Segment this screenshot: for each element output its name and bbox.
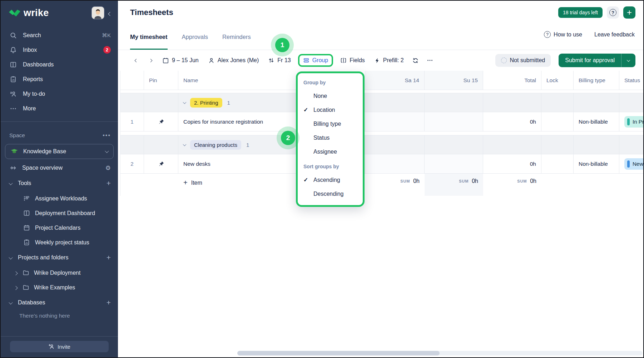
trial-days-badge[interactable]: 18 trial days left xyxy=(558,7,603,18)
chevron-down-icon xyxy=(105,149,109,153)
total-column-header[interactable]: Total xyxy=(483,71,541,90)
chevron-down-icon xyxy=(9,299,14,306)
menu-item-status[interactable]: Status xyxy=(298,131,363,145)
menu-item-location[interactable]: ✓ Location xyxy=(298,103,363,117)
sidebar-divider xyxy=(1,121,118,122)
section-tools[interactable]: Tools + xyxy=(1,175,118,191)
search-shortcut: ⌘K xyxy=(102,32,111,39)
horizontal-scrollbar-thumb[interactable] xyxy=(237,351,440,355)
day-cell-sa14[interactable] xyxy=(365,112,425,131)
gear-icon[interactable]: ⚙ xyxy=(105,164,111,172)
sidebar-item-project-calendars[interactable]: Project Calendars xyxy=(1,220,118,235)
menu-item-ascending[interactable]: ✓ Ascending xyxy=(298,173,363,187)
wrike-logo-text: wrike xyxy=(24,8,49,19)
horizontal-scrollbar-track[interactable] xyxy=(237,351,643,355)
table-row[interactable]: 2 New desks 0h Non-billable New xyxy=(120,154,644,174)
day-column-header-sa14[interactable]: Sa 14 xyxy=(365,71,425,90)
invite-label: Invite xyxy=(58,344,70,350)
sidebar-item-label: Inbox xyxy=(23,47,103,53)
toolbar-more-icon[interactable] xyxy=(424,54,436,66)
chevron-down-icon[interactable] xyxy=(183,101,186,104)
tab-reminders[interactable]: Reminders xyxy=(222,34,251,50)
sidebar-item-inbox[interactable]: Inbox 2 xyxy=(1,43,118,57)
sidebar-item-wrike-deployment[interactable]: Wrike Deployment xyxy=(1,265,118,280)
sidebar-item-dashboards[interactable]: Dashboards xyxy=(1,57,118,72)
pin-cell[interactable] xyxy=(144,112,178,131)
next-week-button[interactable] xyxy=(144,54,157,66)
prefill-button[interactable]: Prefill: 2 xyxy=(371,55,407,66)
day-cell-su15[interactable] xyxy=(425,112,483,131)
add-project-icon[interactable]: + xyxy=(106,253,111,262)
sidebar-item-more[interactable]: More xyxy=(1,101,118,116)
submit-dropdown-button[interactable] xyxy=(621,54,635,67)
wrike-app-window: wrike Search ⌘K xyxy=(0,0,644,358)
leave-feedback-link[interactable]: Leave feedback xyxy=(594,31,635,38)
sidebar: wrike Search ⌘K xyxy=(1,1,118,357)
group-chip[interactable]: Cleaning products xyxy=(190,140,241,150)
refresh-icon[interactable] xyxy=(410,54,422,66)
collapse-sidebar-icon[interactable] xyxy=(109,9,112,16)
date-range-picker[interactable]: 9 – 15 Jun xyxy=(159,55,202,66)
current-space-label: Knowledge Base xyxy=(23,148,100,155)
billing-type-column-header[interactable]: Billing type xyxy=(574,71,619,90)
how-to-use-link[interactable]: ? How to use xyxy=(544,31,582,38)
menu-item-label: Descending xyxy=(313,191,357,197)
dashboard-icon xyxy=(23,209,30,217)
submit-for-approval-button[interactable]: Submit for approval xyxy=(559,54,621,67)
group-chip[interactable]: 2. Printing xyxy=(190,98,222,108)
sidebar-item-assignee-workloads[interactable]: Assignee Workloads xyxy=(1,191,118,206)
row-number: 1 xyxy=(120,112,144,131)
pin-column-header[interactable]: Pin xyxy=(144,71,178,90)
invite-button[interactable]: Invite xyxy=(10,341,109,352)
add-tool-icon[interactable]: + xyxy=(106,179,111,188)
sidebar-item-search[interactable]: Search ⌘K xyxy=(1,28,118,43)
report-icon xyxy=(9,75,17,83)
lock-column-header[interactable]: Lock xyxy=(541,71,574,90)
billing-type-cell[interactable]: Non-billable xyxy=(574,154,619,174)
sidebar-item-deployment-dashboard[interactable]: Deployment Dashboard xyxy=(1,206,118,220)
status-cell[interactable]: New xyxy=(619,154,644,174)
wrike-logo[interactable]: wrike xyxy=(9,8,49,19)
sort-by-day-button[interactable]: Fr 13 xyxy=(264,55,294,66)
day-cell-su15[interactable] xyxy=(425,154,483,174)
fields-icon xyxy=(340,57,347,64)
status-column-header[interactable]: Status xyxy=(619,71,644,90)
tab-my-timesheet[interactable]: My timesheet xyxy=(130,34,168,50)
table-row[interactable]: 1 Copies for insurance registration 0h N… xyxy=(120,112,644,131)
menu-item-assignee[interactable]: Assignee xyxy=(298,145,363,159)
sidebar-item-label: My to-do xyxy=(23,91,111,97)
tab-approvals[interactable]: Approvals xyxy=(182,34,208,50)
chevron-down-icon[interactable] xyxy=(183,144,186,146)
group-button[interactable]: Group xyxy=(298,54,333,67)
sidebar-item-my-todo[interactable]: My to-do xyxy=(1,86,118,101)
section-databases[interactable]: Databases + xyxy=(1,295,118,310)
sum-label: SUM xyxy=(517,179,527,183)
section-projects-and-folders[interactable]: Projects and folders + xyxy=(1,250,118,265)
day-cell-sa14[interactable] xyxy=(365,154,425,174)
create-new-button[interactable]: + xyxy=(623,6,635,19)
owner-selector[interactable]: Alex Jones (Me) xyxy=(204,55,263,66)
fields-button[interactable]: Fields xyxy=(337,55,368,66)
current-space-selector[interactable]: Knowledge Base xyxy=(5,144,114,159)
status-cell[interactable]: In Progress xyxy=(619,112,644,131)
billing-type-cell[interactable]: Non-billable xyxy=(574,112,619,131)
sidebar-item-label: Reports xyxy=(23,76,111,83)
help-button[interactable]: ? xyxy=(607,6,619,19)
day-column-header-su15[interactable]: Su 15 xyxy=(425,71,483,90)
lock-cell[interactable] xyxy=(541,154,574,174)
chevron-right-icon xyxy=(14,284,18,291)
add-database-icon[interactable]: + xyxy=(106,298,111,307)
menu-item-none[interactable]: None xyxy=(298,89,363,103)
prev-week-button[interactable] xyxy=(130,54,142,66)
group-label: Group xyxy=(312,57,328,64)
space-options-icon[interactable]: ••• xyxy=(103,132,111,139)
menu-item-descending[interactable]: Descending xyxy=(298,187,363,201)
sidebar-item-weekly-project-status[interactable]: Weekly project status xyxy=(1,235,118,250)
sidebar-item-reports[interactable]: Reports xyxy=(1,72,118,86)
sidebar-item-space-overview[interactable]: Space overview ⚙ xyxy=(1,160,118,175)
user-avatar[interactable] xyxy=(91,6,104,19)
pin-cell[interactable] xyxy=(144,154,178,174)
menu-item-billing-type[interactable]: Billing type xyxy=(298,117,363,131)
sidebar-item-wrike-examples[interactable]: Wrike Examples xyxy=(1,280,118,295)
lock-cell[interactable] xyxy=(541,112,574,131)
